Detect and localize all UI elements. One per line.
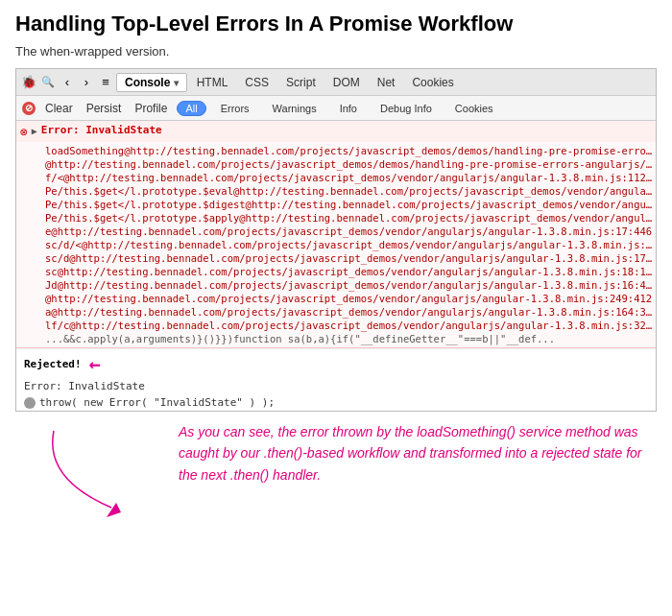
devtools-top-bar: 🐞 🔍 ‹ › ≡ Console ▾ HTML CSS Script DOM … <box>16 69 656 96</box>
no-entry-icon: ⊘ <box>22 102 36 115</box>
filter-all[interactable]: All <box>177 101 205 116</box>
gray-circle-icon <box>24 397 36 409</box>
list-icon[interactable]: ≡ <box>97 74 114 91</box>
filter-warnings[interactable]: Warnings <box>264 101 325 116</box>
devtools-panel: 🐞 🔍 ‹ › ≡ Console ▾ HTML CSS Script DOM … <box>15 68 657 412</box>
console-body: ⊗ ▶ Error: InvalidState loadSomething@ht… <box>16 121 656 411</box>
profile-button[interactable]: Profile <box>131 101 171 116</box>
pink-arrow-icon: ← <box>89 352 101 375</box>
stack-line-5: Pe/this.$get</l.prototype.$apply@http://… <box>45 211 656 225</box>
page-title: Handling Top-Level Errors In A Promise W… <box>15 12 657 36</box>
filter-cookies[interactable]: Cookies <box>446 101 502 116</box>
expand-triangle-icon[interactable]: ▶ <box>32 126 37 136</box>
stack-line-6: e@http://testing.bennadel.com/projects/j… <box>45 225 656 238</box>
error-header[interactable]: ⊗ ▶ Error: InvalidState <box>16 121 656 142</box>
stack-line-4: Pe/this.$get</l.prototype.$digest@http:/… <box>45 198 656 211</box>
forward-button[interactable]: › <box>78 74 95 91</box>
annotation-area: As you can see, the error thrown by the … <box>15 421 657 505</box>
rejected-message: Rejected! ← <box>16 348 656 378</box>
filter-info[interactable]: Info <box>331 101 366 116</box>
error-state-line: Error: InvalidState <box>16 378 656 394</box>
stack-line-7: sc/d/<@http://testing.bennadel.com/proje… <box>45 238 656 251</box>
stack-line-10: Jd@http://testing.bennadel.com/projects/… <box>45 278 656 292</box>
stack-line-truncated: ...&&c.apply(a,arguments)}()}})function … <box>45 332 656 345</box>
error-circle-icon: ⊗ <box>20 125 28 139</box>
annotation-arrow <box>25 421 179 527</box>
tab-cookies[interactable]: Cookies <box>404 74 461 91</box>
stack-line-2: f/<@http://testing.bennadel.com/projects… <box>45 171 656 184</box>
devtools-second-bar: ⊘ Clear Persist Profile All Errors Warni… <box>16 96 656 121</box>
stack-line-9: sc@http://testing.bennadel.com/projects/… <box>45 265 656 278</box>
page-subtitle: The when-wrapped version. <box>15 44 657 59</box>
filter-errors[interactable]: Errors <box>212 101 258 116</box>
svg-marker-0 <box>107 503 121 517</box>
console-dropdown-arrow[interactable]: ▾ <box>174 78 179 88</box>
throw-code: throw( new Error( "InvalidState" ) ); <box>39 396 275 409</box>
stack-line-0: loadSomething@http://testing.bennadel.co… <box>45 144 656 157</box>
error-title: Error: InvalidState <box>41 124 162 136</box>
pointer-icon[interactable]: 🔍 <box>39 74 57 91</box>
stack-line-3: Pe/this.$get</l.prototype.$eval@http://t… <box>45 184 656 198</box>
clear-button[interactable]: Clear <box>41 101 77 116</box>
tab-css[interactable]: CSS <box>237 74 276 91</box>
tab-net[interactable]: Net <box>370 74 403 91</box>
throw-line: throw( new Error( "InvalidState" ) ); <box>16 394 656 411</box>
stack-line-8: sc/d@http://testing.bennadel.com/project… <box>45 251 656 265</box>
stack-trace: loadSomething@http://testing.bennadel.co… <box>16 142 656 347</box>
persist-button[interactable]: Persist <box>83 101 126 116</box>
stack-line-11: @http://testing.bennadel.com/projects/ja… <box>45 292 656 305</box>
tab-html[interactable]: HTML <box>189 74 236 91</box>
back-button[interactable]: ‹ <box>59 74 76 91</box>
tab-console[interactable]: Console ▾ <box>116 73 187 92</box>
cursor-icon[interactable]: 🐞 <box>20 74 37 91</box>
stack-line-13: lf/c@http://testing.bennadel.com/project… <box>45 319 656 332</box>
stack-line-1: @http://testing.bennadel.com/projects/ja… <box>45 157 656 171</box>
console-error-group: ⊗ ▶ Error: InvalidState loadSomething@ht… <box>16 121 656 348</box>
stack-line-12: a@http://testing.bennadel.com/projects/j… <box>45 305 656 319</box>
tab-dom[interactable]: DOM <box>325 74 368 91</box>
filter-debug-info[interactable]: Debug Info <box>372 101 441 116</box>
rejected-text: Rejected! <box>24 358 82 370</box>
tab-script[interactable]: Script <box>278 74 324 91</box>
annotation-text: As you can see, the error thrown by the … <box>179 421 657 486</box>
